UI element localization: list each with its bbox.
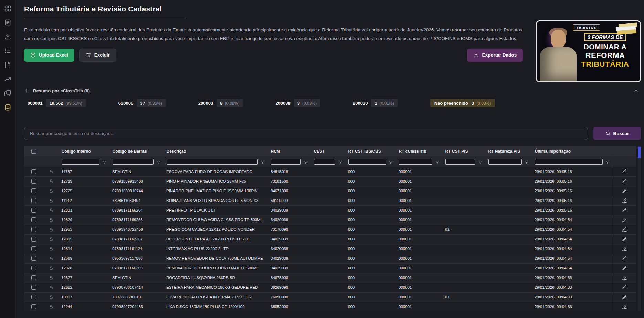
table-body: 11787 SEM GTIN ESCOVA PARA FURO DE RODAS… bbox=[24, 167, 636, 311]
upload-excel-button[interactable]: Upload Excel bbox=[24, 49, 74, 62]
row-checkbox[interactable] bbox=[31, 285, 36, 290]
edit-icon[interactable] bbox=[622, 304, 627, 309]
filter-funnel-icon[interactable] bbox=[338, 160, 342, 164]
filter-input-col4[interactable] bbox=[314, 159, 335, 165]
search-input[interactable] bbox=[24, 127, 588, 140]
edit-icon[interactable] bbox=[622, 246, 627, 252]
promo-title-line-2: DOMINAR A bbox=[573, 43, 637, 51]
filter-funnel-icon[interactable] bbox=[102, 160, 107, 164]
filter-funnel-icon[interactable] bbox=[389, 160, 393, 164]
cell-rt-natureza-pis bbox=[485, 186, 532, 196]
edit-icon[interactable] bbox=[622, 179, 627, 184]
column-header-codigo-de-barras[interactable]: Código de Barras bbox=[109, 146, 163, 156]
row-checkbox[interactable] bbox=[31, 246, 36, 251]
edit-icon[interactable] bbox=[622, 237, 627, 242]
filter-funnel-icon[interactable] bbox=[156, 160, 161, 164]
filter-input-col8[interactable] bbox=[488, 159, 522, 165]
summary-chip-value: 10.562(99.51%) bbox=[46, 99, 85, 107]
row-checkbox[interactable] bbox=[31, 188, 36, 193]
edit-icon[interactable] bbox=[622, 266, 627, 271]
row-checkbox[interactable] bbox=[31, 227, 36, 232]
row-checkbox[interactable] bbox=[31, 256, 36, 261]
chevron-up-icon[interactable] bbox=[633, 88, 639, 93]
filter-funnel-icon[interactable] bbox=[525, 160, 529, 164]
select-all-checkbox[interactable] bbox=[31, 149, 36, 154]
filter-funnel-icon[interactable] bbox=[435, 160, 440, 164]
cell-ultima-importacao: 29/01/2026, 00:04:33 bbox=[532, 273, 613, 283]
row-checkbox[interactable] bbox=[31, 217, 36, 222]
table-scrollbar[interactable] bbox=[638, 146, 641, 311]
column-header-ultima-importacao[interactable]: Última Importação bbox=[532, 146, 613, 156]
edit-icon[interactable] bbox=[622, 208, 627, 213]
edit-icon[interactable] bbox=[622, 256, 627, 261]
summary-chip: 620006 37(0.35%) bbox=[118, 99, 166, 107]
row-checkbox[interactable] bbox=[31, 275, 36, 280]
filter-funnel-icon[interactable] bbox=[261, 160, 265, 164]
cell-ncm: 34029039 bbox=[268, 215, 311, 225]
cell-rt-cst-pis bbox=[442, 283, 485, 292]
cell-rt-cst-ibs-cbs: 000 bbox=[345, 196, 396, 205]
column-header-rt-cst-pis[interactable]: RT CST PIS bbox=[442, 146, 485, 156]
summary-chip-pct: (0.01%) bbox=[380, 101, 394, 106]
row-checkbox[interactable] bbox=[31, 198, 36, 203]
column-header-rt-natureza-pis[interactable]: RT Natureza PIS bbox=[485, 146, 532, 156]
row-checkbox[interactable] bbox=[31, 304, 36, 309]
edit-icon[interactable] bbox=[622, 275, 627, 280]
edit-icon[interactable] bbox=[622, 285, 627, 290]
filter-input-col0[interactable] bbox=[62, 159, 99, 165]
column-header-rt-cst-ibs-cbs[interactable]: RT CST IBS/CBS bbox=[345, 146, 396, 156]
filter-funnel-icon[interactable] bbox=[478, 160, 483, 164]
export-button[interactable]: Exportar Dados bbox=[467, 49, 523, 62]
delete-button[interactable]: Excluir bbox=[79, 49, 116, 62]
edit-icon[interactable] bbox=[622, 169, 627, 174]
sidebar-item-dashboard[interactable] bbox=[4, 5, 11, 12]
cell-rt-cst-pis bbox=[442, 244, 485, 254]
edit-icon[interactable] bbox=[622, 188, 627, 194]
column-header-cest[interactable]: CEST bbox=[311, 146, 345, 156]
filter-input-col7[interactable] bbox=[445, 159, 475, 165]
edit-icon[interactable] bbox=[622, 295, 627, 300]
filter-input-col1[interactable] bbox=[113, 159, 154, 165]
row-checkbox[interactable] bbox=[31, 295, 36, 299]
column-header-ncm[interactable]: NCM bbox=[268, 146, 311, 156]
cell-codigo-interno: 12828 bbox=[59, 263, 109, 273]
promo-thumbnail[interactable]: TRIBUTOS 3 FORMAS DE DOMINAR A REFORMA T… bbox=[536, 20, 641, 82]
edit-icon[interactable] bbox=[622, 227, 627, 232]
filter-funnel-icon[interactable] bbox=[605, 160, 610, 164]
column-header-rt-cclasstrib[interactable]: RT cClassTrib bbox=[396, 146, 442, 156]
filter-input-col2[interactable] bbox=[167, 159, 258, 165]
table-scrollbar-thumb[interactable] bbox=[638, 147, 641, 158]
column-header-descricao[interactable]: Descrição bbox=[163, 146, 268, 156]
sidebar-item-copies[interactable] bbox=[4, 90, 11, 97]
sidebar-item-records[interactable] bbox=[4, 47, 11, 54]
cell-codigo-interno: 12814 bbox=[59, 244, 109, 254]
filter-input-col3[interactable] bbox=[271, 159, 301, 165]
edit-icon[interactable] bbox=[622, 198, 627, 203]
summary-chip-pct: (0.35%) bbox=[148, 101, 162, 106]
row-checkbox[interactable] bbox=[31, 237, 36, 242]
search-button[interactable]: Buscar bbox=[593, 127, 641, 140]
summary-chip-count: 37 bbox=[140, 101, 145, 106]
row-checkbox[interactable] bbox=[31, 179, 36, 184]
cell-rt-cst-ibs-cbs: 000 bbox=[345, 302, 396, 311]
cell-ncm: 76090000 bbox=[268, 292, 311, 302]
cell-codigo-interno: 12815 bbox=[59, 234, 109, 244]
row-checkbox[interactable] bbox=[31, 169, 36, 174]
edit-icon[interactable] bbox=[622, 217, 627, 223]
cell-cest bbox=[311, 292, 345, 302]
sidebar-item-documents[interactable] bbox=[4, 61, 11, 69]
row-checkbox[interactable] bbox=[31, 208, 36, 213]
cell-ultima-importacao: 29/01/2026, 00:04:54 bbox=[532, 225, 613, 234]
column-header-codigo-interno[interactable]: Código Interno bbox=[59, 146, 109, 156]
filter-input-col5[interactable] bbox=[348, 159, 386, 165]
filter-input-col6[interactable] bbox=[399, 159, 432, 165]
sidebar-item-invoices[interactable] bbox=[4, 19, 11, 26]
filter-funnel-icon[interactable] bbox=[304, 160, 308, 164]
cell-descricao: PRETINHO TP BLACK 1 LT bbox=[163, 205, 268, 215]
sidebar-item-tax-review[interactable] bbox=[4, 104, 11, 111]
cell-rt-cst-pis: 01 bbox=[442, 225, 485, 234]
filter-input-col9[interactable] bbox=[535, 159, 603, 165]
sidebar-item-import[interactable] bbox=[4, 33, 11, 40]
row-checkbox[interactable] bbox=[31, 266, 36, 270]
sidebar-item-reports[interactable] bbox=[4, 75, 11, 83]
